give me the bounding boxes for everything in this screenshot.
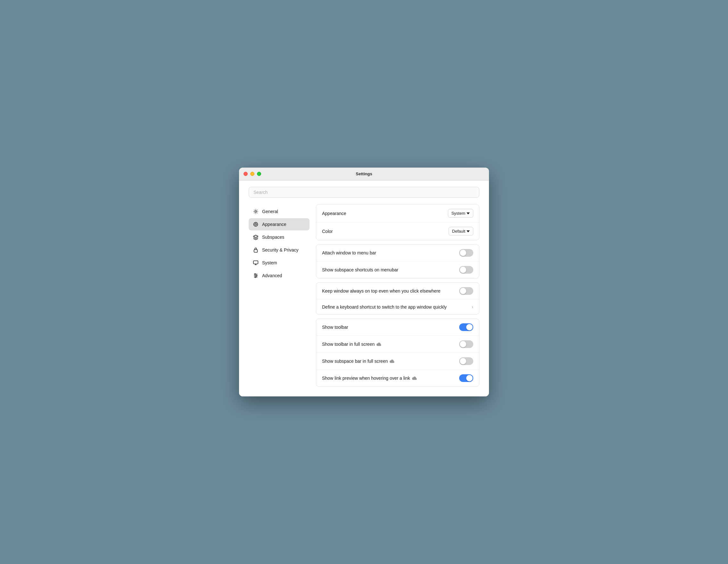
appearance-dropdown[interactable]: System xyxy=(448,209,473,218)
svg-point-12 xyxy=(254,274,256,275)
search-container xyxy=(249,187,479,198)
show-toolbar-fullscreen-toggle[interactable] xyxy=(459,340,473,348)
appearance-setting-row: Appearance System xyxy=(316,204,479,222)
sliders-icon xyxy=(252,272,259,279)
titlebar: Settings xyxy=(239,168,489,180)
appearance-value: System xyxy=(451,211,465,216)
keep-window-top-row: Keep window always on top even when you … xyxy=(316,283,479,300)
sidebar-item-general[interactable]: General xyxy=(249,205,310,218)
sidebar-item-appearance-label: Appearance xyxy=(262,222,286,227)
attach-window-label: Attach window to menu bar xyxy=(322,250,376,255)
keep-window-top-label: Keep window always on top even when you … xyxy=(322,288,441,294)
keep-window-top-slider xyxy=(459,287,473,295)
layers-icon xyxy=(252,234,259,240)
sidebar: General Appearance xyxy=(249,204,310,387)
attach-window-slider xyxy=(459,249,473,257)
svg-point-6 xyxy=(257,224,258,225)
keep-window-top-toggle[interactable] xyxy=(459,287,473,295)
settings-window: Settings General xyxy=(239,168,489,396)
sidebar-item-system-label: System xyxy=(262,260,277,265)
keyboard-shortcut-label: Define a keyboard shortcut to switch to … xyxy=(322,304,447,310)
svg-rect-8 xyxy=(253,261,258,264)
svg-point-2 xyxy=(255,223,256,225)
window-card: Keep window always on top even when you … xyxy=(316,282,479,315)
svg-point-5 xyxy=(253,224,254,225)
content-area: General Appearance xyxy=(249,204,479,387)
sidebar-item-general-label: General xyxy=(262,209,278,214)
svg-rect-7 xyxy=(254,250,258,252)
show-toolbar-fullscreen-row: Show toolbar in full screen xyxy=(316,336,479,353)
svg-point-13 xyxy=(256,275,257,276)
maximize-button[interactable] xyxy=(257,172,261,176)
svg-point-14 xyxy=(255,277,256,278)
show-subspace-bar-fullscreen-slider xyxy=(459,357,473,365)
sidebar-item-advanced-label: Advanced xyxy=(262,273,282,278)
show-toolbar-label: Show toolbar xyxy=(322,325,348,330)
minimize-button[interactable] xyxy=(250,172,254,176)
show-toolbar-fullscreen-label: Show toolbar in full screen xyxy=(322,342,382,347)
color-value: Default xyxy=(452,229,465,234)
sidebar-item-advanced[interactable]: Advanced xyxy=(249,270,310,282)
sidebar-item-appearance[interactable]: Appearance xyxy=(249,218,310,230)
main-content: Appearance System Color Default xyxy=(310,204,479,387)
menubar-card: Attach window to menu bar Show subspace … xyxy=(316,244,479,278)
window-body: General Appearance xyxy=(239,180,489,396)
show-subspace-shortcuts-toggle[interactable] xyxy=(459,266,473,274)
sidebar-item-security-privacy[interactable]: Security & Privacy xyxy=(249,244,310,256)
sidebar-item-subspaces[interactable]: Subspaces xyxy=(249,231,310,243)
svg-point-3 xyxy=(255,222,256,223)
lock-icon xyxy=(252,247,259,253)
show-link-preview-label: Show link preview when hovering over a l… xyxy=(322,376,417,381)
gear-icon xyxy=(252,208,259,215)
color-label: Color xyxy=(322,229,333,234)
close-button[interactable] xyxy=(244,172,248,176)
cloud-icon-2 xyxy=(390,359,395,363)
show-subspace-bar-fullscreen-label: Show subspace bar in full screen xyxy=(322,359,395,364)
cloud-icon-3 xyxy=(412,376,417,380)
window-title: Settings xyxy=(356,171,372,176)
monitor-icon xyxy=(252,260,259,266)
show-subspace-shortcuts-row: Show subspace shortcuts on menubar xyxy=(316,261,479,278)
svg-point-4 xyxy=(255,226,256,227)
attach-window-toggle[interactable] xyxy=(459,249,473,257)
toolbar-card: Show toolbar Show toolbar in full screen xyxy=(316,319,479,387)
chevron-right-icon: › xyxy=(472,304,473,310)
attach-window-row: Attach window to menu bar xyxy=(316,245,479,261)
sidebar-item-subspaces-label: Subspaces xyxy=(262,235,284,240)
show-subspace-bar-fullscreen-toggle[interactable] xyxy=(459,357,473,365)
show-toolbar-fullscreen-slider xyxy=(459,340,473,348)
theme-card: Appearance System Color Default xyxy=(316,204,479,240)
show-subspace-shortcuts-label: Show subspace shortcuts on menubar xyxy=(322,267,398,272)
traffic-lights xyxy=(244,172,261,176)
show-subspace-bar-fullscreen-row: Show subspace bar in full screen xyxy=(316,353,479,370)
search-input[interactable] xyxy=(249,187,479,198)
show-toolbar-toggle[interactable] xyxy=(459,323,473,331)
show-toolbar-slider xyxy=(459,323,473,331)
color-setting-row: Color Default xyxy=(316,222,479,240)
show-toolbar-row: Show toolbar xyxy=(316,319,479,336)
show-subspace-shortcuts-slider xyxy=(459,266,473,274)
sidebar-item-security-label: Security & Privacy xyxy=(262,247,299,253)
sidebar-item-system[interactable]: System xyxy=(249,257,310,269)
appearance-icon xyxy=(252,221,259,228)
svg-point-0 xyxy=(255,211,256,212)
keyboard-shortcut-row[interactable]: Define a keyboard shortcut to switch to … xyxy=(316,300,479,314)
show-link-preview-toggle[interactable] xyxy=(459,374,473,382)
show-link-preview-row: Show link preview when hovering over a l… xyxy=(316,370,479,386)
show-link-preview-slider xyxy=(459,374,473,382)
cloud-icon-1 xyxy=(376,342,382,346)
color-dropdown[interactable]: Default xyxy=(449,227,473,236)
appearance-label: Appearance xyxy=(322,211,346,216)
svg-point-1 xyxy=(254,222,258,227)
